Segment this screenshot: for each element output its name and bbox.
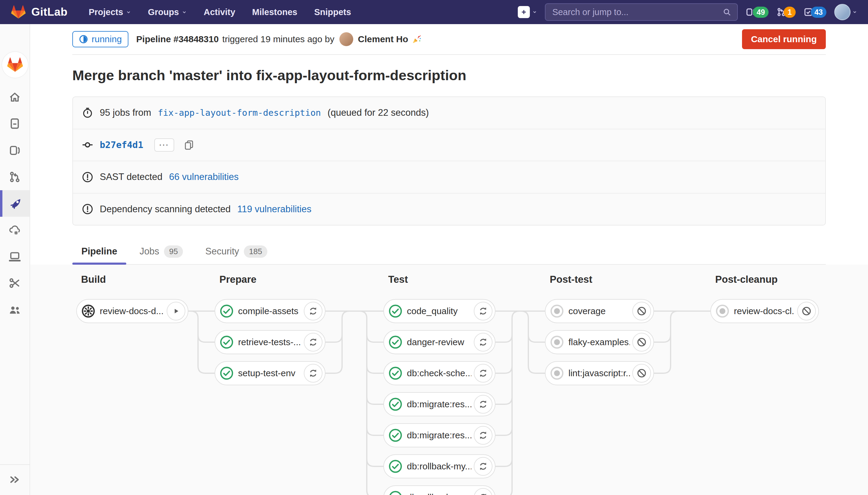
cancel-action-button[interactable] (632, 302, 651, 321)
retry-action-button[interactable] (474, 426, 492, 445)
nav-item-label: Groups (148, 7, 179, 17)
tab-jobs[interactable]: Jobs 95 (131, 239, 192, 264)
search-input[interactable] (552, 7, 719, 17)
pipeline-summary-box: 95 jobs from fix-app-layout-form-descrip… (72, 97, 826, 225)
cancel-action-button[interactable] (632, 333, 651, 352)
retry-action-button[interactable] (304, 333, 323, 352)
retry-action-button[interactable] (474, 364, 492, 382)
retry-action-button[interactable] (474, 333, 492, 352)
job-label: db:migrate:res... (407, 430, 471, 441)
nav-item-label: Activity (204, 7, 236, 17)
job-pill-lint-javascript-r[interactable]: lint:javascript:r... (545, 361, 654, 385)
merge-requests-counter[interactable]: 1 (776, 7, 796, 18)
retry-action-button[interactable] (304, 364, 323, 382)
success-status-icon (220, 335, 233, 349)
job-pill-flaky-examples[interactable]: flaky-examples... (545, 330, 654, 354)
running-spinner-icon (79, 35, 88, 44)
branch-link[interactable]: fix-app-layout-form-description (158, 108, 321, 118)
commit-expand-button[interactable]: ··· (154, 138, 174, 152)
tab-security[interactable]: Security 185 (196, 239, 276, 264)
job-pill-db-migrate-res[interactable]: db:migrate:res... (383, 392, 496, 416)
sidebar-item-members[interactable] (0, 297, 30, 323)
navbar-right: 49 1 43 (518, 3, 857, 21)
job-label: compile-assets (238, 306, 301, 316)
sidebar-item-overview[interactable] (0, 84, 30, 110)
tab-label: Pipeline (81, 246, 117, 257)
job-pill-db-check-sche[interactable]: db:check-sche... (383, 361, 496, 385)
tab-label: Jobs (140, 246, 159, 257)
job-label: review-docs-cl... (734, 306, 795, 316)
sidebar-collapse-toggle[interactable] (0, 464, 30, 494)
success-status-icon (220, 366, 233, 380)
job-pill-code-quality[interactable]: code_quality (383, 299, 496, 323)
nav-item-activity[interactable]: Activity (204, 7, 236, 17)
nav-item-projects[interactable]: Projects (89, 7, 131, 17)
job-pill-compile-assets[interactable]: compile-assets (214, 299, 326, 323)
job-label: db:migrate:res... (407, 399, 471, 409)
job-pill-setup-test-env[interactable]: setup-test-env (214, 361, 326, 385)
issues-counter[interactable]: 49 (746, 7, 768, 18)
commit-icon (82, 139, 93, 150)
job-pill-retrieve-tests[interactable]: retrieve-tests-... (214, 330, 326, 354)
dependency-vulnerabilities-link[interactable]: 119 vulnerabilities (237, 204, 311, 215)
retry-action-button[interactable] (474, 488, 492, 495)
sidebar-item-snippets[interactable] (0, 270, 30, 296)
chevron-down-icon (852, 10, 857, 15)
cancel-running-button[interactable]: Cancel running (742, 29, 826, 49)
stage-header-prepare: Prepare (220, 274, 257, 285)
job-pill-review-docs-cl[interactable]: review-docs-cl... (710, 299, 819, 323)
created-status-icon (715, 304, 729, 318)
header-divider (72, 54, 826, 55)
job-label: db:check-sche... (407, 368, 471, 378)
sidebar-item-web-ide[interactable] (0, 243, 30, 270)
copy-commit-button[interactable] (184, 140, 194, 150)
pipeline-id: Pipeline #34848310 (136, 34, 219, 44)
job-pill-coverage[interactable]: coverage (545, 299, 654, 323)
nav-item-snippets[interactable]: Snippets (314, 7, 351, 17)
success-status-icon (388, 304, 402, 318)
retry-action-button[interactable] (474, 302, 492, 321)
sast-vulnerabilities-link[interactable]: 66 vulnerabilities (169, 172, 239, 182)
commit-sha-link[interactable]: b27ef4d1 (100, 140, 143, 150)
nav-item-groups[interactable]: Groups (148, 7, 187, 17)
job-pill-db-migrate-res[interactable]: db:migrate:res... (383, 423, 496, 447)
author-name[interactable]: Clement Ho (358, 34, 409, 44)
project-avatar[interactable] (2, 52, 28, 78)
stage-header-test: Test (388, 274, 408, 285)
dependency-scanning-row: Dependency scanning detected 119 vulnera… (73, 193, 825, 225)
job-pill-db-rollback[interactable]: db:rollback... (383, 485, 496, 495)
cancel-action-button[interactable] (797, 302, 816, 321)
job-pill-review-docs-d[interactable]: review-docs-d... (76, 299, 188, 323)
nav-item-milestones[interactable]: Milestones (252, 7, 297, 17)
user-menu[interactable] (834, 4, 857, 20)
job-pill-db-rollback-my[interactable]: db:rollback-my... (383, 454, 496, 478)
tab-pipeline[interactable]: Pipeline (72, 239, 126, 264)
jobs-count-text: 95 jobs from (100, 107, 151, 118)
gitlab-brand[interactable]: GitLab (11, 5, 68, 19)
retry-action-button[interactable] (474, 395, 492, 414)
gitlab-tanuki-logo-icon (11, 5, 26, 19)
sidebar-item-repository[interactable] (0, 110, 30, 137)
sidebar-item-merge-requests[interactable] (0, 164, 30, 190)
success-status-icon (220, 304, 233, 318)
security-count-badge: 185 (244, 245, 267, 258)
author-avatar[interactable] (340, 32, 353, 46)
todos-count-badge: 43 (811, 7, 827, 18)
retry-action-button[interactable] (474, 457, 492, 476)
sidebar-item-operations[interactable] (0, 217, 30, 243)
job-pill-danger-review[interactable]: danger-review (383, 330, 496, 354)
rocket-icon (10, 197, 22, 210)
sidebar-item-issues[interactable] (0, 137, 30, 164)
play-action-button[interactable] (167, 302, 185, 321)
nav-item-label: Projects (89, 7, 123, 17)
party-popper-icon (412, 34, 422, 44)
sidebar-item-ci-cd[interactable] (0, 190, 30, 217)
user-avatar (834, 4, 851, 20)
people-icon (8, 304, 21, 316)
page-title: Merge branch 'master' into fix-app-layou… (72, 67, 826, 84)
new-menu-button[interactable] (518, 6, 537, 18)
cancel-action-button[interactable] (632, 364, 651, 382)
todos-counter[interactable]: 43 (803, 7, 827, 18)
jobs-count-badge: 95 (164, 245, 183, 258)
retry-action-button[interactable] (304, 302, 323, 321)
